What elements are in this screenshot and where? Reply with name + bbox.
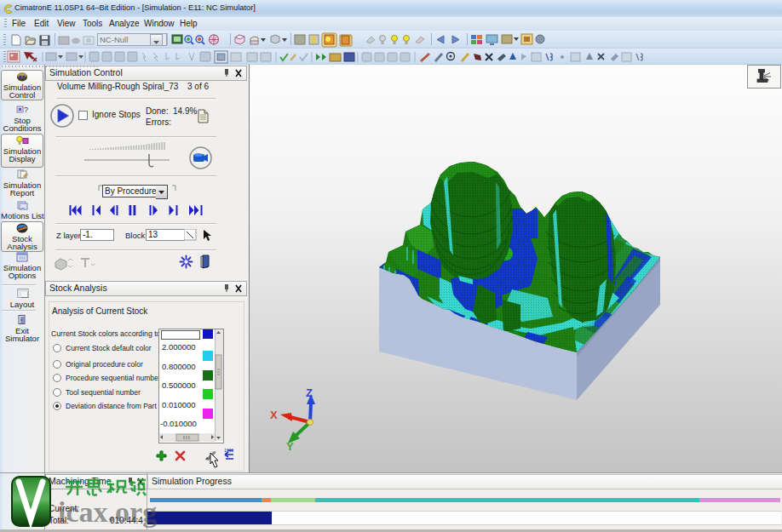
svg-text:?: ? <box>24 106 28 114</box>
svg-text:Y: Y <box>286 440 294 453</box>
svg-text:Z: Z <box>306 386 313 399</box>
svg-text:1010: 1010 <box>224 448 233 453</box>
svg-text:X: X <box>270 409 278 421</box>
